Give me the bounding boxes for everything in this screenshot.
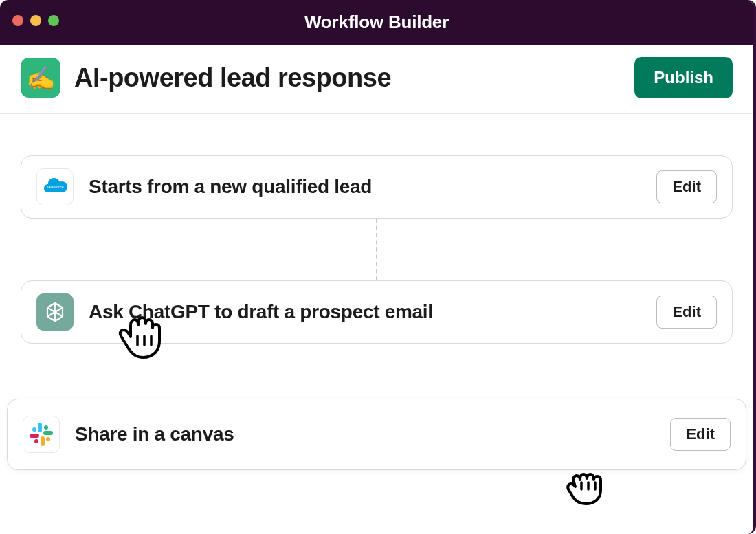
step-label: Share in a canvas bbox=[75, 423, 670, 445]
svg-point-5 bbox=[32, 427, 36, 432]
salesforce-icon: salesforce bbox=[36, 168, 74, 205]
workflow-title: AI-powered lead response bbox=[74, 63, 634, 93]
step-label: Ask ChatGPT to draft a prospect email bbox=[89, 301, 656, 323]
svg-point-6 bbox=[44, 425, 48, 430]
openai-icon bbox=[36, 293, 74, 331]
svg-rect-3 bbox=[41, 436, 45, 446]
workflow-step[interactable]: Share in a canvas Edit bbox=[7, 399, 746, 470]
svg-rect-1 bbox=[38, 423, 42, 432]
titlebar: Workflow Builder bbox=[0, 0, 753, 45]
svg-text:salesforce: salesforce bbox=[46, 185, 63, 189]
workflow-step[interactable]: Ask ChatGPT to draft a prospect email Ed… bbox=[21, 280, 733, 344]
grabbing-cursor-icon bbox=[564, 466, 612, 506]
svg-rect-4 bbox=[30, 434, 39, 438]
workflow-steps: salesforce Starts from a new qualified l… bbox=[0, 114, 753, 470]
maximize-window-button[interactable] bbox=[48, 15, 59, 26]
workflow-step[interactable]: salesforce Starts from a new qualified l… bbox=[21, 155, 733, 219]
svg-point-8 bbox=[34, 439, 38, 443]
window-title: Workflow Builder bbox=[0, 12, 753, 33]
svg-point-7 bbox=[46, 437, 50, 441]
edit-button[interactable]: Edit bbox=[656, 296, 717, 329]
writing-hand-icon: ✍️ bbox=[26, 64, 55, 91]
publish-button[interactable]: Publish bbox=[634, 57, 733, 98]
edit-button[interactable]: Edit bbox=[656, 170, 717, 203]
svg-rect-2 bbox=[43, 431, 53, 435]
minimize-window-button[interactable] bbox=[30, 15, 41, 26]
step-connector bbox=[376, 219, 377, 280]
step-label: Starts from a new qualified lead bbox=[89, 176, 656, 198]
window: Workflow Builder ✍️ AI-powered lead resp… bbox=[0, 0, 756, 534]
workflow-header: ✍️ AI-powered lead response Publish bbox=[0, 45, 753, 114]
close-window-button[interactable] bbox=[12, 15, 23, 26]
slack-icon bbox=[23, 416, 60, 453]
edit-button[interactable]: Edit bbox=[670, 418, 731, 451]
window-controls bbox=[12, 15, 59, 26]
workflow-icon: ✍️ bbox=[21, 58, 60, 98]
